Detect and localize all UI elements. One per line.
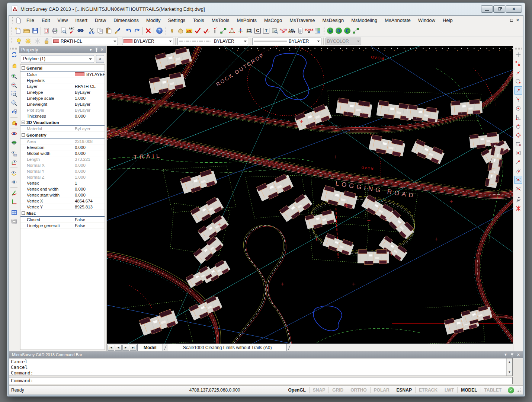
undo-button[interactable] — [124, 26, 133, 35]
prop-row-elevation[interactable]: Elevation0.000 — [20, 144, 105, 150]
delete-button[interactable] — [144, 26, 153, 35]
toggle-esnap[interactable]: ESNAP — [393, 387, 415, 393]
resize-grip[interactable] — [516, 388, 521, 392]
distance-button[interactable]: D — [334, 26, 343, 35]
layer-freeze-button[interactable] — [33, 37, 42, 45]
prop-row-vertex-end-width[interactable]: Vertex end width0.000 — [20, 186, 105, 192]
prop-row-layer[interactable]: LayerRPATH-CL — [20, 83, 105, 89]
snap-point-on-circle-button[interactable] — [514, 77, 522, 86]
copy-button[interactable] — [96, 26, 105, 35]
menu-msdesign[interactable]: MsDesign — [318, 16, 347, 24]
save-button[interactable] — [31, 26, 39, 35]
linetype-select[interactable]: BYLAYER — [177, 38, 248, 45]
command-scrollbar[interactable]: ▲ ▼ — [506, 358, 512, 376]
snap-nearest-button[interactable] — [514, 86, 522, 95]
toggle-ortho[interactable]: ORTHO — [347, 387, 370, 393]
close-button[interactable]: ✕ — [506, 5, 522, 13]
menu-draw[interactable]: Draw — [91, 16, 110, 24]
prop-row-lineweight[interactable]: LineweightByLayer — [20, 101, 105, 107]
color-select[interactable]: BYLAYER — [122, 38, 173, 45]
prop-row-linetype[interactable]: LinetypeByLayer — [20, 89, 105, 95]
prop-row-global-width[interactable]: Global width0.000 — [20, 150, 105, 156]
prop-row-vertex-y[interactable]: Vertex Y8925.813 — [20, 204, 105, 210]
toolbar-grip[interactable] — [11, 27, 13, 34]
point-bag-button[interactable] — [176, 26, 185, 35]
property-panel-header[interactable]: Property ▼ ✕ — [19, 46, 106, 53]
view-undo-button[interactable] — [10, 108, 18, 116]
toggle-tablet[interactable]: TABLET — [481, 387, 505, 393]
mdi-document-icon[interactable] — [16, 17, 21, 23]
view-points-button[interactable] — [10, 169, 18, 177]
snap-parallel-button[interactable] — [514, 167, 522, 175]
toolbar-grip-2[interactable] — [165, 27, 167, 34]
minimize-button[interactable] — [481, 5, 493, 13]
toggle-snap[interactable]: SNAP — [309, 387, 329, 393]
panel-pin-icon[interactable] — [95, 48, 98, 52]
print-preview-button[interactable] — [59, 26, 68, 35]
snap-clear-button[interactable] — [514, 204, 522, 213]
pan-point-button[interactable] — [10, 119, 18, 127]
zoom-extents-button[interactable] — [10, 99, 18, 107]
title-bar[interactable]: MicroSurvey CAD 2013 - [...INGLIMITSJUN0… — [7, 3, 525, 15]
layer-lock-button[interactable] — [42, 37, 51, 45]
view-grid-button[interactable] — [10, 149, 18, 157]
color-grid-button[interactable] — [313, 26, 322, 35]
ucs-angle-button[interactable] — [10, 189, 18, 197]
triangle-button[interactable] — [228, 26, 236, 35]
snap-perpendicular-button[interactable] — [514, 113, 522, 121]
snap-symmetry-button[interactable] — [514, 95, 522, 103]
mdi-minimize-icon[interactable]: – — [505, 18, 507, 23]
panel-collapse-icon[interactable]: ▼ — [89, 48, 93, 52]
point-id-button[interactable]: 199 — [185, 26, 193, 35]
table-button[interactable] — [10, 208, 18, 217]
menu-edit[interactable]: Edit — [38, 16, 54, 24]
label-defaults-button[interactable]: LBLDEFT — [288, 26, 296, 35]
scroll-up-icon[interactable]: ▲ — [509, 359, 510, 365]
orbit-3d-button[interactable] — [10, 138, 18, 147]
new-button[interactable] — [14, 26, 22, 35]
snap-node-button[interactable] — [514, 149, 522, 157]
restore-button[interactable] — [493, 5, 505, 13]
prop-row-color[interactable]: ColorBYLAYER — [20, 71, 105, 77]
orbit-button[interactable] — [10, 130, 18, 138]
ucs-origin-button[interactable] — [10, 198, 18, 206]
menu-window[interactable]: Window — [414, 16, 439, 24]
line-segment-button[interactable] — [219, 26, 228, 35]
tab-last-button[interactable]: ▶| — [130, 345, 137, 351]
regen-button[interactable] — [10, 51, 18, 59]
viewport-button[interactable] — [10, 217, 18, 226]
auto-point-button[interactable]: AUTO+P — [279, 26, 288, 35]
menubar-grip[interactable] — [12, 17, 13, 24]
view-eye-button[interactable] — [10, 178, 18, 186]
menu-modify[interactable]: Modify — [142, 16, 164, 24]
mdi-restore-icon[interactable] — [510, 19, 513, 22]
menu-mspoints[interactable]: MsPoints — [233, 16, 260, 24]
layerbar-grip[interactable] — [11, 38, 13, 45]
panel-close-icon[interactable]: ✕ — [100, 48, 104, 52]
match-properties-button[interactable] — [113, 26, 122, 35]
view-axis-button[interactable] — [10, 158, 18, 166]
plumb-bob-button[interactable] — [168, 26, 176, 35]
northing-button[interactable]: N — [326, 26, 334, 35]
snap-quick-button[interactable] — [514, 195, 522, 204]
paste-button[interactable] — [105, 26, 113, 35]
view-toolbar-grip[interactable] — [10, 48, 17, 50]
tab-next-button[interactable]: ▶ — [122, 345, 129, 351]
menu-mstraverse[interactable]: MsTraverse — [286, 16, 318, 24]
toggle-polar[interactable]: POLAR — [370, 387, 393, 393]
toggle-etrack[interactable]: ETRACK — [415, 387, 441, 393]
prop-row-linetype-generation[interactable]: Linetype generatiFalse — [20, 223, 105, 229]
pan-button[interactable] — [10, 61, 18, 70]
collapse-box-icon[interactable] — [22, 121, 25, 124]
prop-row-vertex[interactable]: Vertex1 — [20, 180, 105, 186]
snap-tangent-button[interactable] — [514, 122, 522, 130]
command-collapse-icon[interactable]: ▼ — [504, 353, 507, 357]
zoom-out-button[interactable] — [10, 81, 18, 89]
help-button[interactable]: ? — [155, 26, 164, 35]
collapse-box-icon[interactable] — [22, 66, 25, 70]
menu-msannotate[interactable]: MsAnnotate — [381, 16, 414, 24]
prop-row-hyperlink[interactable]: Hyperlink — [20, 77, 105, 83]
entity-selector[interactable]: Polyline (1) — [21, 55, 94, 63]
collapse-box-icon[interactable] — [22, 211, 25, 215]
plot-window-button[interactable] — [42, 26, 51, 35]
